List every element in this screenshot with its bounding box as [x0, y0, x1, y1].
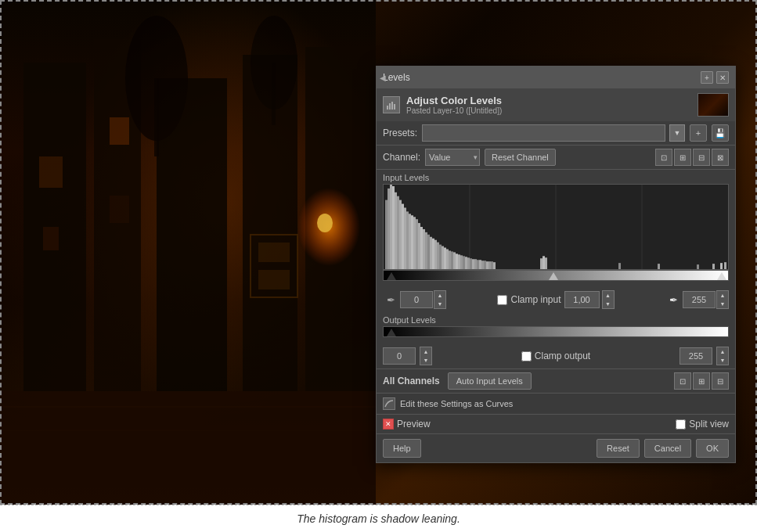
all-channels-icon-3[interactable]: ⊟: [712, 372, 729, 390]
svg-rect-34: [397, 196, 399, 269]
clamp-input-value[interactable]: [564, 291, 600, 308]
channel-icon-2[interactable]: ⊞: [674, 149, 691, 166]
svg-rect-55: [446, 249, 449, 269]
svg-rect-79: [618, 263, 621, 269]
svg-rect-39: [409, 214, 411, 269]
channel-icon-1[interactable]: ⊡: [655, 149, 672, 166]
svg-rect-80: [658, 264, 660, 269]
output-gradient-bar: [383, 326, 729, 337]
dialog-close-button[interactable]: ✕: [716, 71, 729, 84]
clamp-spin-down[interactable]: ▼: [603, 300, 614, 308]
channel-action-icons: ⊡ ⊞ ⊟: [674, 372, 729, 390]
curves-link-text: Edit these Settings as Curves: [400, 399, 513, 408]
input-mid-slider[interactable]: [549, 272, 558, 280]
highlight-spin-up[interactable]: ▲: [717, 291, 728, 300]
svg-rect-74: [491, 261, 493, 269]
all-channels-icon-1[interactable]: ⊡: [674, 372, 691, 390]
svg-rect-52: [439, 245, 442, 269]
clamp-spin-up[interactable]: ▲: [603, 291, 614, 300]
dialog-header: Adjust Color Levels Pasted Layer-10 ([Un…: [377, 88, 735, 121]
levels-dialog: ◀ Levels + ✕ Adjust Color Levels Pasted …: [376, 66, 736, 463]
svg-rect-56: [449, 250, 451, 269]
svg-rect-77: [543, 256, 545, 269]
dialog-add-button[interactable]: +: [701, 71, 713, 84]
preview-toggle-button[interactable]: ✕: [383, 419, 394, 430]
svg-rect-11: [0, 391, 376, 505]
presets-add-button[interactable]: +: [690, 124, 707, 142]
svg-rect-20: [272, 63, 276, 125]
edit-as-curves-row[interactable]: Edit these Settings as Curves: [377, 393, 735, 414]
svg-rect-45: [423, 229, 425, 269]
presets-save-button[interactable]: 💾: [712, 124, 729, 142]
svg-rect-6: [43, 227, 59, 250]
svg-rect-41: [413, 217, 416, 269]
shadow-input-group: ✒ ▲ ▼: [383, 290, 446, 309]
help-button[interactable]: Help: [383, 439, 421, 458]
presets-select[interactable]: [422, 124, 665, 142]
shadow-value-input[interactable]: [400, 291, 433, 308]
svg-rect-22: [389, 103, 391, 110]
all-channels-row: All Channels Auto Input Levels ⊡ ⊞ ⊟: [377, 368, 735, 393]
shadow-dropper-button[interactable]: ✒: [383, 292, 398, 307]
svg-rect-23: [391, 102, 393, 110]
output-highlight-input[interactable]: [679, 347, 712, 365]
svg-rect-50: [434, 240, 437, 269]
clamp-input-checkbox[interactable]: [497, 295, 507, 305]
split-view-checkbox[interactable]: [676, 419, 686, 430]
all-channels-label: All Channels: [383, 376, 440, 386]
svg-rect-24: [394, 104, 395, 110]
svg-rect-18: [154, 78, 159, 156]
shadow-spinner: ▲ ▼: [434, 290, 446, 309]
svg-rect-16: [258, 270, 290, 289]
dialog-collapse-arrow[interactable]: ◀: [377, 66, 389, 88]
ok-button[interactable]: OK: [696, 439, 729, 458]
channel-icon-4[interactable]: ⊠: [712, 149, 729, 166]
all-channels-icon-2[interactable]: ⊞: [693, 372, 710, 390]
highlight-input-group: ✒ ▲ ▼: [665, 290, 729, 309]
svg-rect-62: [463, 256, 465, 269]
shadow-spin-down[interactable]: ▼: [434, 300, 445, 308]
channel-view-icons: ⊡ ⊞ ⊟ ⊠: [655, 149, 729, 166]
svg-rect-35: [399, 200, 402, 269]
out-shadow-down[interactable]: ▼: [420, 356, 431, 365]
output-shadow-slider[interactable]: [387, 329, 396, 336]
clamp-input-label: Clamp input: [510, 294, 561, 305]
highlight-value-input[interactable]: [683, 291, 716, 308]
svg-rect-38: [406, 211, 409, 269]
clamp-output-checkbox[interactable]: [521, 351, 532, 361]
output-shadow-input[interactable]: [383, 347, 416, 365]
auto-input-levels-button[interactable]: Auto Input Levels: [448, 372, 532, 390]
clamp-input-group: Clamp input ▲ ▼: [451, 290, 661, 309]
highlight-dropper-button[interactable]: ✒: [665, 292, 681, 307]
channel-row: Channel: Value Red Green Blue ▼ Reset Ch…: [377, 146, 735, 170]
svg-rect-61: [460, 255, 463, 269]
svg-rect-60: [458, 254, 460, 269]
presets-label: Presets:: [383, 128, 417, 138]
cancel-button[interactable]: Cancel: [644, 439, 691, 458]
input-gradient-slider-area: [383, 270, 729, 287]
svg-rect-44: [420, 227, 423, 269]
svg-rect-21: [387, 106, 388, 110]
svg-rect-54: [444, 248, 446, 269]
svg-rect-46: [425, 232, 427, 269]
out-highlight-up[interactable]: ▲: [717, 347, 728, 356]
svg-rect-67: [474, 259, 477, 269]
channel-select[interactable]: Value Red Green Blue: [425, 149, 480, 166]
out-shadow-up[interactable]: ▲: [420, 347, 431, 356]
svg-rect-78: [545, 257, 547, 269]
reset-button[interactable]: Reset: [597, 439, 640, 458]
out-highlight-down[interactable]: ▼: [717, 356, 728, 365]
svg-rect-49: [432, 239, 434, 269]
presets-dropdown-arrow[interactable]: ▼: [669, 124, 685, 142]
svg-rect-73: [488, 261, 491, 269]
svg-rect-69: [479, 260, 481, 269]
svg-rect-40: [411, 215, 413, 269]
input-highlight-slider[interactable]: [717, 272, 726, 280]
svg-rect-82: [712, 264, 715, 269]
svg-rect-83: [720, 263, 723, 269]
highlight-spin-down[interactable]: ▼: [717, 300, 728, 308]
reset-channel-button[interactable]: Reset Channel: [485, 149, 556, 166]
input-shadow-slider[interactable]: [387, 272, 396, 280]
shadow-spin-up[interactable]: ▲: [434, 291, 445, 300]
channel-icon-3[interactable]: ⊟: [693, 149, 710, 166]
